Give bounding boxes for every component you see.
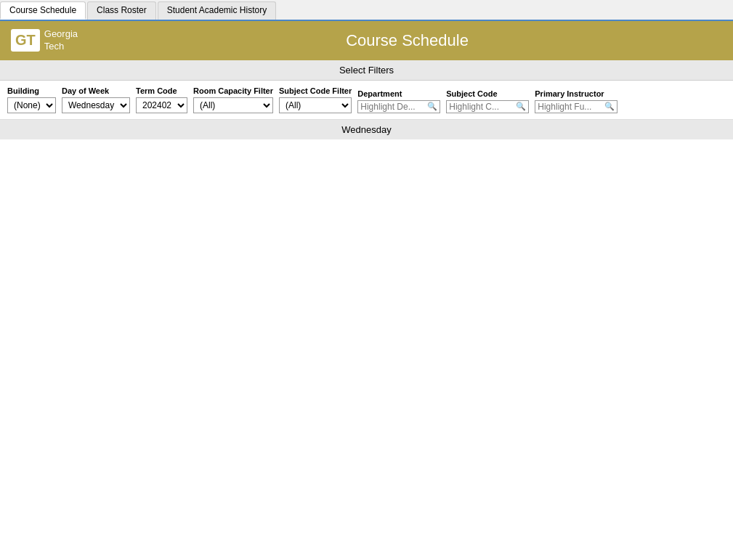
room-capacity-filter-group: Room Capacity Filter (All) <box>193 86 273 113</box>
logo-line1: Georgia <box>44 28 78 41</box>
building-select[interactable]: (None) <box>7 97 56 113</box>
building-filter-group: Building (None) <box>7 86 56 113</box>
subject-code-filter-select[interactable]: (All) <box>279 97 352 113</box>
tab-student-academic-history[interactable]: Student Academic History <box>158 1 276 20</box>
room-capacity-label: Room Capacity Filter <box>193 86 273 95</box>
subject-code-filter-group: Subject Code Filter (All) <box>279 86 352 113</box>
primary-instructor-search-icon: 🔍 <box>604 102 615 111</box>
main-content <box>0 139 733 503</box>
tab-course-schedule[interactable]: Course Schedule <box>0 1 86 20</box>
subject-code-filter-label: Subject Code Filter <box>279 86 352 95</box>
subject-code-label: Subject Code <box>446 89 529 98</box>
subject-code-input-wrapper: 🔍 <box>446 100 529 113</box>
logo-area: GT Georgia Tech <box>11 28 78 53</box>
tab-bar: Course Schedule Class Roster Student Aca… <box>0 0 733 21</box>
term-code-filter-group: Term Code 202402 <box>136 86 187 113</box>
term-code-label: Term Code <box>136 86 187 95</box>
logo-gt: GT <box>11 29 40 52</box>
logo-name: Georgia Tech <box>44 28 78 53</box>
day-of-week-filter-group: Day of Week Wednesday <box>62 86 130 113</box>
primary-instructor-input[interactable] <box>538 102 603 112</box>
department-filter-group: Department 🔍 <box>357 89 440 113</box>
department-input[interactable] <box>360 102 426 112</box>
logo-line2: Tech <box>44 41 78 53</box>
subject-code-search-icon: 🔍 <box>516 102 526 111</box>
tab-class-roster[interactable]: Class Roster <box>87 1 156 20</box>
day-of-week-label: Day of Week <box>62 86 130 95</box>
primary-instructor-filter-group: Primary Instructor 🔍 <box>535 89 617 113</box>
building-label: Building <box>7 86 56 95</box>
department-input-wrapper: 🔍 <box>357 100 440 113</box>
department-search-icon: 🔍 <box>427 102 437 111</box>
room-capacity-select[interactable]: (All) <box>193 97 273 113</box>
subject-code-input[interactable] <box>449 102 514 112</box>
term-code-select[interactable]: 202402 <box>136 97 187 113</box>
day-section-header: Wednesday <box>0 120 733 139</box>
primary-instructor-label: Primary Instructor <box>535 89 617 98</box>
department-label: Department <box>357 89 440 98</box>
select-filters-bar: Select Filters <box>0 60 733 81</box>
day-of-week-select[interactable]: Wednesday <box>62 97 130 113</box>
subject-code-highlight-group: Subject Code 🔍 <box>446 89 529 113</box>
filters-container: Building (None) Day of Week Wednesday Te… <box>0 81 733 120</box>
page-title: Course Schedule <box>92 31 722 50</box>
header-banner: GT Georgia Tech Course Schedule <box>0 21 733 60</box>
logo-gt-text: GT <box>15 32 36 49</box>
primary-instructor-input-wrapper: 🔍 <box>535 100 617 113</box>
